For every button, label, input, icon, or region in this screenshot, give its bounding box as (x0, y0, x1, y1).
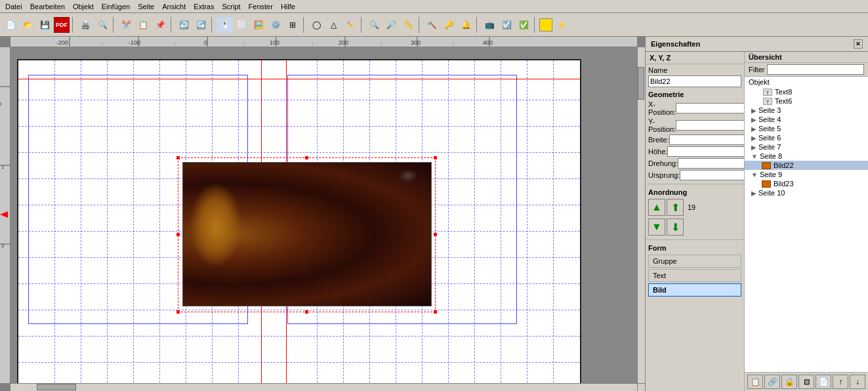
scrollbar-horizontal[interactable] (10, 383, 637, 391)
toolbar: 📄 📂 💾 PDF 🖨️ 🔍 ✂️ 📋 📌 ↩️ ↪️ 🖱️ ⬜ 🖼️ ⚙️ ⊞… (0, 13, 868, 37)
toolbar-settings[interactable]: ⚙️ (268, 17, 283, 33)
toolbar-select[interactable]: 🖱️ (217, 17, 232, 33)
menu-fenster[interactable]: Fenster (245, 1, 277, 12)
ubersicht-section: Übersicht Filter Objekt T Text (745, 52, 868, 391)
canvas-workspace[interactable] (10, 47, 637, 383)
icon-frame-btn[interactable]: ⊡ (798, 375, 814, 389)
seite9-label: Seite 9 (760, 171, 782, 178)
tree-item-bild23[interactable]: Bild23 (745, 179, 868, 188)
icon-link-btn[interactable]: 🔗 (764, 375, 780, 389)
drehung-input[interactable] (678, 158, 745, 169)
sep5 (303, 17, 306, 33)
tree-item-seite8[interactable]: ▼ Seite 8 (745, 152, 868, 161)
toolbar-tool3[interactable]: 🔔 (458, 17, 474, 33)
tree-item-seite6[interactable]: ▶ Seite 6 (745, 133, 868, 142)
tree-view[interactable]: Objekt T Text8 T Text6 ▶ Se (745, 77, 868, 372)
panel-content: X, Y, Z Name Geometrie X-Position: Y-Pos… (646, 52, 868, 391)
name-input[interactable] (648, 75, 741, 87)
svg-text:1: 1 (1, 164, 5, 170)
toolbar-redo[interactable]: ↪️ (193, 17, 209, 33)
toolbar-copy[interactable]: 📋 (135, 17, 151, 33)
tree-item-seite9[interactable]: ▼ Seite 9 (745, 170, 868, 179)
menu-extras[interactable]: Extras (190, 1, 218, 12)
menu-objekt[interactable]: Objekt (69, 1, 98, 12)
menu-hilfe[interactable]: Hilfe (277, 1, 299, 12)
toolbar-tool1[interactable]: 🔨 (424, 17, 440, 33)
sep2 (113, 17, 115, 33)
menu-ansicht[interactable]: Ansicht (158, 1, 190, 12)
icon-lock-btn[interactable]: 🔒 (781, 375, 797, 389)
toolbar-check2[interactable]: ✅ (516, 17, 531, 33)
toolbar-print[interactable]: 🖨️ (77, 17, 93, 33)
handle-tl (176, 156, 180, 159)
tree-item-seite5[interactable]: ▶ Seite 5 (745, 124, 868, 133)
menu-einfuegen[interactable]: Einfügen (98, 1, 134, 12)
tree-item-seite7[interactable]: ▶ Seite 7 (745, 142, 868, 152)
toolbar-monitor[interactable]: 📺 (482, 17, 497, 33)
arrow-row-1: ▲ ⬆ 19 (646, 197, 744, 217)
icon-copy2-btn[interactable]: 📄 (816, 375, 831, 389)
arrow-top-btn[interactable]: ⬆ (667, 199, 684, 216)
bild-item[interactable]: Bild (648, 283, 741, 297)
arrow-up-btn[interactable]: ▲ (648, 199, 665, 216)
ubersicht-title: Übersicht (749, 53, 782, 61)
breite-input[interactable] (669, 134, 745, 145)
y-pos-label: Y-Position: (648, 117, 676, 133)
icon-down-btn[interactable]: ↓ (850, 375, 865, 389)
toolbar-new[interactable]: 📄 (3, 17, 18, 33)
svg-text:2: 2 (1, 243, 5, 249)
tree-item-text6[interactable]: T Text6 (745, 96, 868, 106)
x-pos-input[interactable] (676, 103, 745, 113)
tree-item-seite10[interactable]: ▶ Seite 10 (745, 188, 868, 197)
toolbar-open[interactable]: 📂 (20, 17, 35, 33)
scroll-thumb-v[interactable] (638, 67, 644, 100)
toolbar-frame[interactable]: ⬜ (234, 17, 249, 33)
toolbar-shape3[interactable]: ✏️ (342, 17, 358, 33)
arrow-bottom-btn[interactable]: ⬇ (667, 218, 684, 236)
menu-script[interactable]: Script (218, 1, 244, 12)
scrollbar-vertical[interactable] (637, 47, 645, 383)
svg-marker-26 (0, 211, 8, 218)
tree-item-text8[interactable]: T Text8 (745, 87, 868, 96)
filter-input[interactable] (767, 64, 864, 75)
y-pos-input[interactable] (676, 120, 745, 131)
y-pos-row: Y-Position: (646, 117, 744, 134)
text6-label: Text6 (775, 97, 792, 105)
tree-item-seite4[interactable]: ▶ Seite 4 (745, 115, 868, 124)
toolbar-shape2[interactable]: △ (325, 17, 341, 33)
close-button[interactable]: ✕ (854, 39, 863, 49)
ruler-vertical: 0 1 2 (0, 47, 10, 383)
toolbar-check1[interactable]: ☑️ (499, 17, 514, 33)
icon-copy-btn[interactable]: 📋 (747, 375, 763, 389)
canvas-area[interactable]: -200 -100 0 100 200 300 400 (0, 37, 645, 391)
toolbar-zoom-out[interactable]: 🔎 (383, 17, 399, 33)
col-guide-5 (159, 60, 160, 383)
col-guide-16 (501, 60, 501, 383)
menu-seite[interactable]: Seite (134, 1, 158, 12)
svg-text:100: 100 (270, 39, 279, 46)
icon-up-btn[interactable]: ↑ (833, 375, 848, 389)
ursprung-input[interactable] (680, 170, 745, 180)
toolbar-save[interactable]: 💾 (37, 17, 52, 33)
tree-item-seite3[interactable]: ▶ Seite 3 (745, 106, 868, 115)
toolbar-table[interactable]: ⊞ (285, 17, 300, 33)
toolbar-undo[interactable]: ↩️ (176, 17, 192, 33)
toolbar-preview[interactable]: 🔍 (94, 17, 110, 33)
menu-datei[interactable]: Datei (1, 1, 26, 12)
toolbar-pdf[interactable]: PDF (54, 17, 70, 33)
toolbar-tool2[interactable]: 🔑 (441, 17, 457, 33)
arrow-down-btn[interactable]: ▼ (648, 218, 665, 236)
toolbar-measure[interactable]: 📏 (400, 17, 416, 33)
toolbar-shape1[interactable]: ◯ (308, 17, 324, 33)
toolbar-cut[interactable]: ✂️ (118, 17, 134, 33)
toolbar-paste[interactable]: 📌 (152, 17, 168, 33)
hoehe-input[interactable] (667, 146, 745, 157)
tree-item-bild22[interactable]: Bild22 (745, 161, 868, 170)
toolbar-image[interactable]: 🖼️ (251, 17, 266, 33)
arrow-row-2: ▼ ⬇ (646, 217, 744, 237)
menu-bearbeiten[interactable]: Bearbeiten (26, 1, 69, 12)
toolbar-lightning[interactable]: ⚡ (554, 17, 569, 33)
toolbar-zoom-in[interactable]: 🔍 (366, 17, 382, 33)
toolbar-yellow[interactable] (539, 18, 552, 31)
scroll-thumb-h[interactable] (37, 384, 76, 390)
